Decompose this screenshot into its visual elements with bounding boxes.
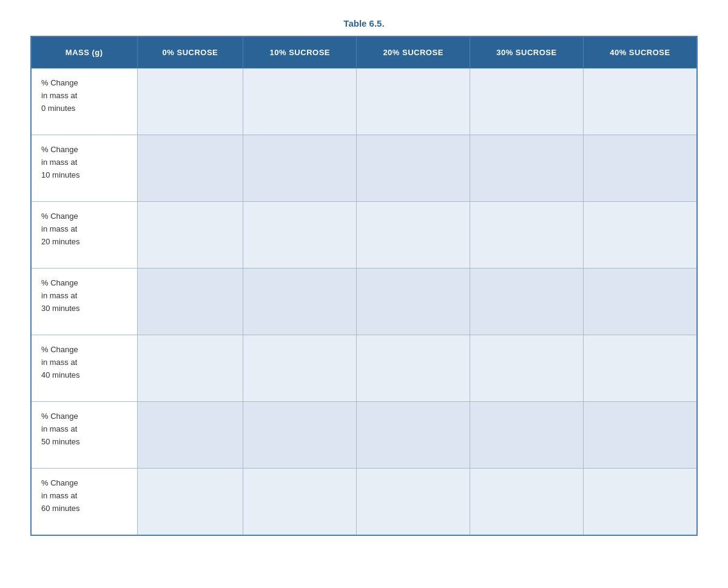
table-row: % Change in mass at 30 minutes: [31, 269, 697, 335]
cell-1-3[interactable]: [470, 135, 584, 202]
header-30pct: 30% SUCROSE: [470, 36, 584, 68]
cell-6-3[interactable]: [470, 469, 584, 535]
cell-6-2[interactable]: [357, 469, 470, 535]
cell-4-2[interactable]: [357, 335, 470, 402]
cell-0-4[interactable]: [583, 68, 697, 135]
cell-0-0[interactable]: [137, 68, 243, 135]
header-10pct: 10% SUCROSE: [243, 36, 357, 68]
cell-4-0[interactable]: [137, 335, 243, 402]
row-label-2: % Change in mass at 20 minutes: [31, 202, 137, 269]
cell-1-1[interactable]: [243, 135, 357, 202]
cell-0-3[interactable]: [470, 68, 584, 135]
cell-4-1[interactable]: [243, 335, 357, 402]
cell-0-1[interactable]: [243, 68, 357, 135]
cell-6-1[interactable]: [243, 469, 357, 535]
cell-5-0[interactable]: [137, 402, 243, 469]
header-40pct: 40% SUCROSE: [583, 36, 697, 68]
table-row: % Change in mass at 20 minutes: [31, 202, 697, 269]
cell-1-0[interactable]: [137, 135, 243, 202]
cell-3-3[interactable]: [470, 269, 584, 335]
cell-1-4[interactable]: [583, 135, 697, 202]
cell-2-4[interactable]: [583, 202, 697, 269]
cell-0-2[interactable]: [357, 68, 470, 135]
row-label-0: % Change in mass at 0 minutes: [31, 68, 137, 135]
cell-2-2[interactable]: [357, 202, 470, 269]
cell-5-3[interactable]: [470, 402, 584, 469]
page-container: Table 6.5. MASS (g) 0% SUCROSE 10% SUCRO…: [30, 18, 698, 536]
table-row: % Change in mass at 0 minutes: [31, 68, 697, 135]
row-label-3: % Change in mass at 30 minutes: [31, 269, 137, 335]
table-row: % Change in mass at 10 minutes: [31, 135, 697, 202]
row-label-5: % Change in mass at 50 minutes: [31, 402, 137, 469]
cell-3-4[interactable]: [583, 269, 697, 335]
data-table: MASS (g) 0% SUCROSE 10% SUCROSE 20% SUCR…: [30, 36, 698, 536]
cell-2-0[interactable]: [137, 202, 243, 269]
row-label-1: % Change in mass at 10 minutes: [31, 135, 137, 202]
header-20pct: 20% SUCROSE: [357, 36, 470, 68]
cell-5-1[interactable]: [243, 402, 357, 469]
cell-3-1[interactable]: [243, 269, 357, 335]
cell-4-3[interactable]: [470, 335, 584, 402]
cell-3-0[interactable]: [137, 269, 243, 335]
cell-1-2[interactable]: [357, 135, 470, 202]
cell-3-2[interactable]: [357, 269, 470, 335]
header-mass: MASS (g): [31, 36, 137, 68]
row-label-4: % Change in mass at 40 minutes: [31, 335, 137, 402]
row-label-6: % Change in mass at 60 minutes: [31, 469, 137, 535]
header-row: MASS (g) 0% SUCROSE 10% SUCROSE 20% SUCR…: [31, 36, 697, 68]
table-row: % Change in mass at 60 minutes: [31, 469, 697, 535]
cell-5-2[interactable]: [357, 402, 470, 469]
header-0pct: 0% SUCROSE: [137, 36, 243, 68]
cell-5-4[interactable]: [583, 402, 697, 469]
table-row: % Change in mass at 40 minutes: [31, 335, 697, 402]
cell-4-4[interactable]: [583, 335, 697, 402]
cell-6-0[interactable]: [137, 469, 243, 535]
cell-6-4[interactable]: [583, 469, 697, 535]
table-title: Table 6.5.: [30, 18, 698, 28]
cell-2-1[interactable]: [243, 202, 357, 269]
cell-2-3[interactable]: [470, 202, 584, 269]
table-row: % Change in mass at 50 minutes: [31, 402, 697, 469]
